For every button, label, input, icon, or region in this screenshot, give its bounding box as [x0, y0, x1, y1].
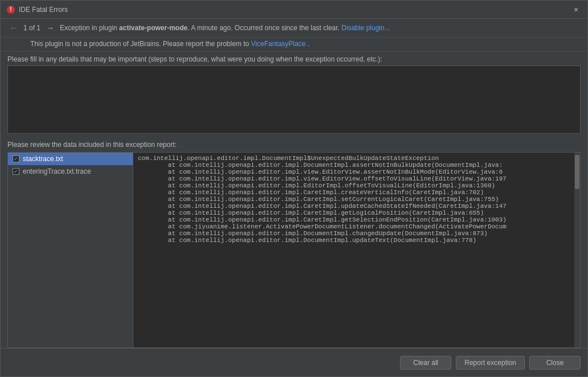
- file-checkbox-stacktrace[interactable]: [13, 155, 19, 162]
- scrollbar-thumb[interactable]: [575, 155, 579, 189]
- error-icon: !: [6, 5, 15, 14]
- bottom-bar: Clear all Report exception Close: [1, 348, 587, 376]
- file-list: stacktrace.txt enteringTrace.txt.trace: [8, 153, 133, 347]
- nav-message-prefix: Exception in plugin: [60, 24, 119, 32]
- fill-label: Please fill in any details that may be i…: [1, 52, 587, 65]
- nav-bar: ← 1 of 1 → Exception in plugin activate-…: [1, 19, 587, 38]
- nav-message-suffix: . A minute ago. Occurred once since the …: [187, 24, 340, 32]
- file-item-entering-trace[interactable]: enteringTrace.txt.trace: [8, 165, 133, 178]
- sub-message-suffix: .: [308, 40, 309, 48]
- exception-panel: stacktrace.txt enteringTrace.txt.trace c…: [7, 152, 581, 348]
- review-label: Please review the data included in this …: [1, 138, 587, 152]
- code-view[interactable]: com.intellij.openapi.editor.impl.Documen…: [133, 153, 574, 347]
- file-item-stacktrace[interactable]: stacktrace.txt: [8, 153, 133, 165]
- nav-count: 1 of 1: [23, 24, 40, 32]
- close-dialog-button[interactable]: ×: [570, 4, 582, 15]
- nav-message: Exception in plugin activate-power-mode.…: [60, 24, 581, 32]
- clear-all-button[interactable]: Clear all: [400, 356, 451, 370]
- scrollbar[interactable]: [574, 153, 580, 347]
- file-name-stacktrace: stacktrace.txt: [23, 155, 63, 163]
- report-link[interactable]: ViceFantasyPlace: [251, 40, 306, 48]
- file-checkbox-entering-trace[interactable]: [13, 168, 19, 175]
- disable-plugin-link[interactable]: Disable plugin...: [341, 24, 390, 32]
- plugin-name: activate-power-mode: [119, 24, 187, 32]
- details-textarea-container[interactable]: [7, 65, 581, 134]
- close-button[interactable]: Close: [529, 356, 581, 370]
- details-textarea[interactable]: [8, 66, 580, 133]
- file-name-entering-trace: enteringTrace.txt.trace: [23, 167, 91, 175]
- prev-arrow[interactable]: ←: [7, 22, 20, 34]
- title-bar-left: ! IDE Fatal Errors: [6, 5, 68, 14]
- sub-message: This plugin is not a production of JetBr…: [1, 38, 587, 52]
- title-bar: ! IDE Fatal Errors ×: [1, 1, 587, 19]
- sub-message-text: This plugin is not a production of JetBr…: [30, 40, 251, 48]
- next-arrow[interactable]: →: [44, 22, 56, 34]
- report-exception-button[interactable]: Report exception: [456, 356, 525, 370]
- dialog: ! IDE Fatal Errors × ← 1 of 1 → Exceptio…: [0, 0, 588, 377]
- dialog-title: IDE Fatal Errors: [19, 6, 68, 14]
